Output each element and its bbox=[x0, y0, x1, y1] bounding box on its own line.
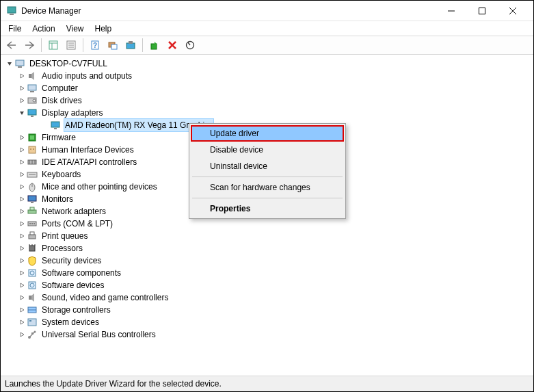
system-icon bbox=[27, 317, 38, 328]
expand-icon[interactable] bbox=[17, 295, 27, 300]
context-uninstall-device[interactable]: Uninstall device bbox=[191, 158, 344, 174]
close-button[interactable] bbox=[497, 1, 528, 21]
svg-rect-19 bbox=[151, 44, 157, 49]
svg-rect-69 bbox=[29, 320, 31, 322]
forward-button[interactable] bbox=[21, 37, 38, 53]
tree-category[interactable]: Universal Serial Bus controllers bbox=[2, 328, 532, 341]
menu-action[interactable]: Action bbox=[27, 23, 59, 35]
minimize-button[interactable] bbox=[436, 1, 466, 21]
svg-rect-26 bbox=[28, 85, 36, 90]
properties-button[interactable] bbox=[63, 37, 79, 53]
svg-rect-0 bbox=[8, 7, 16, 13]
context-update-driver[interactable]: Update driver bbox=[191, 125, 344, 142]
expand-icon[interactable] bbox=[17, 209, 27, 214]
tree-category[interactable]: Security devices bbox=[2, 254, 532, 267]
expand-icon[interactable] bbox=[17, 332, 27, 337]
context-disable-device[interactable]: Disable device bbox=[191, 142, 344, 158]
maximize-button[interactable] bbox=[466, 1, 497, 21]
expand-icon[interactable] bbox=[17, 98, 27, 103]
context-scan-hardware[interactable]: Scan for hardware changes bbox=[191, 179, 344, 196]
enable-device-button[interactable] bbox=[146, 37, 163, 53]
svg-point-29 bbox=[33, 99, 36, 102]
svg-rect-35 bbox=[30, 135, 34, 140]
mouse-icon bbox=[27, 181, 38, 192]
category-label: Keyboards bbox=[40, 168, 82, 181]
tree-category[interactable]: Software devices bbox=[2, 279, 532, 291]
scan-hardware-button[interactable] bbox=[105, 37, 121, 53]
expand-icon[interactable] bbox=[17, 270, 27, 276]
svg-rect-24 bbox=[18, 66, 22, 68]
app-icon bbox=[6, 5, 17, 16]
expand-icon[interactable] bbox=[17, 246, 27, 251]
expand-icon[interactable] bbox=[17, 86, 27, 91]
disable-device-button[interactable] bbox=[182, 37, 198, 53]
update-driver-button[interactable] bbox=[122, 37, 139, 53]
svg-rect-65 bbox=[29, 296, 31, 300]
svg-rect-6 bbox=[49, 41, 57, 49]
menu-view[interactable]: View bbox=[62, 23, 89, 35]
category-label: System devices bbox=[40, 316, 101, 328]
menu-help[interactable]: Help bbox=[90, 23, 117, 35]
cpu-icon bbox=[27, 243, 38, 254]
svg-rect-48 bbox=[31, 202, 34, 203]
port-icon bbox=[27, 218, 38, 229]
category-label: Computer bbox=[40, 82, 79, 94]
usb-icon bbox=[27, 329, 38, 340]
expand-icon[interactable] bbox=[17, 135, 27, 140]
tree-category[interactable]: System devices bbox=[2, 316, 532, 328]
category-label: Print queues bbox=[40, 230, 89, 242]
expand-icon[interactable] bbox=[17, 196, 27, 202]
category-label: Processors bbox=[40, 242, 84, 254]
svg-point-52 bbox=[29, 223, 31, 224]
collapse-icon[interactable] bbox=[17, 110, 27, 116]
context-uninstall-device-label: Uninstall device bbox=[210, 161, 267, 171]
svg-rect-56 bbox=[30, 232, 34, 235]
svg-rect-73 bbox=[31, 332, 34, 335]
storage-icon bbox=[27, 304, 38, 315]
expand-icon[interactable] bbox=[17, 233, 27, 239]
tree-category[interactable]: Display adapters bbox=[2, 107, 532, 119]
tree-category[interactable]: Sound, video and game controllers bbox=[2, 291, 532, 304]
tree-category[interactable]: Computer bbox=[2, 82, 532, 94]
expand-icon[interactable] bbox=[17, 283, 27, 288]
speaker-icon bbox=[27, 70, 38, 81]
expand-icon[interactable] bbox=[17, 258, 27, 263]
window-title: Device Manager bbox=[21, 6, 436, 16]
tree-category[interactable]: Audio inputs and outputs bbox=[2, 70, 532, 82]
show-hide-tree-button[interactable] bbox=[45, 37, 62, 53]
context-properties[interactable]: Properties bbox=[191, 200, 344, 217]
expand-icon[interactable] bbox=[17, 172, 27, 177]
category-label: Network adapters bbox=[40, 205, 107, 218]
expand-icon[interactable] bbox=[17, 147, 27, 153]
expand-icon[interactable] bbox=[17, 307, 27, 313]
expand-icon[interactable] bbox=[17, 319, 27, 325]
chip-icon bbox=[27, 132, 38, 143]
category-label: Audio inputs and outputs bbox=[40, 70, 133, 82]
expand-icon[interactable] bbox=[17, 73, 27, 79]
category-label: IDE ATA/ATAPI controllers bbox=[40, 156, 138, 168]
tree-root[interactable]: DESKTOP-CV7FULL bbox=[2, 57, 532, 70]
svg-rect-23 bbox=[16, 60, 24, 66]
context-disable-device-label: Disable device bbox=[210, 145, 263, 155]
tree-category[interactable]: Print queues bbox=[2, 230, 532, 242]
toolbar-separator bbox=[41, 38, 42, 52]
tree-category[interactable]: Processors bbox=[2, 242, 532, 254]
disk-icon bbox=[27, 95, 38, 106]
tree-category[interactable]: Software components bbox=[2, 267, 532, 279]
expand-icon[interactable] bbox=[17, 221, 27, 226]
uninstall-button[interactable] bbox=[164, 37, 181, 53]
svg-rect-47 bbox=[28, 196, 36, 201]
tree-category[interactable]: Disk drives bbox=[2, 94, 532, 107]
svg-rect-33 bbox=[54, 128, 57, 129]
menu-file[interactable]: File bbox=[3, 23, 26, 35]
tree-category[interactable]: Storage controllers bbox=[2, 304, 532, 316]
collapse-icon[interactable] bbox=[5, 61, 14, 66]
expand-icon[interactable] bbox=[17, 184, 27, 190]
category-label: Ports (COM & LPT) bbox=[40, 218, 114, 230]
back-button[interactable] bbox=[3, 37, 20, 53]
svg-point-53 bbox=[31, 223, 33, 224]
help-button[interactable]: ? bbox=[87, 37, 103, 53]
expand-icon[interactable] bbox=[17, 159, 27, 165]
svg-rect-49 bbox=[28, 210, 36, 213]
tree-category[interactable]: Ports (COM & LPT) bbox=[2, 218, 532, 230]
